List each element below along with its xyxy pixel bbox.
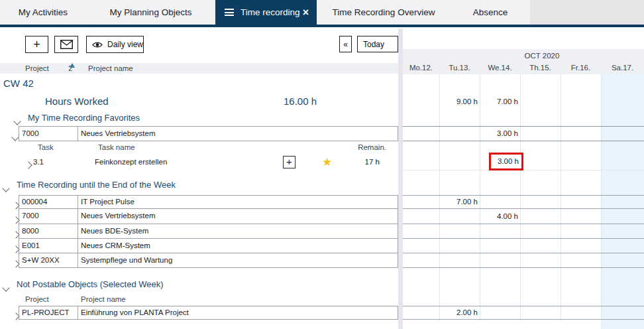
section-row: My Time Recording Favorites [0,111,644,125]
day-column-label: Th.15. [520,63,561,72]
section-row: Not Postable Objects (Selected Week) [0,277,644,292]
section-title: Not Postable Objects (Selected Week) [17,277,164,292]
chevron-right-icon [25,161,32,168]
project-id-cell: 8000 [19,224,78,239]
task-header-row: TaskTask nameRemain. [0,142,644,153]
grid-row-border [403,126,644,127]
selected-time-cell[interactable]: 3.00 h [489,153,523,170]
section-collapse-toggle[interactable] [15,115,22,122]
project-row: 000004IT Project Pulse7.00 h [0,195,644,209]
project-name-cell: Neues Vertriebsystem [78,126,398,141]
project-name-column-header: Project name [81,294,126,305]
grid-row-border [403,141,644,141]
time-value: 3.00 h [491,155,521,168]
day-column-label: We.14. [480,63,520,72]
day-column-label: Sa.17. [601,63,644,72]
tab-time-recording[interactable]: Time recording × [215,0,317,25]
remaining-column-header: Remain. [358,142,386,153]
eye-icon [92,41,103,48]
today-button[interactable]: Today [357,36,398,52]
project-id-cell: S+W 20XX [19,253,78,268]
project-row: S+W 20XXSystempflege und Wartung [0,253,644,268]
project-name-cell: Neues CRM-System [78,239,398,253]
sort-ascending-icon [70,63,75,68]
mail-button[interactable] [54,36,78,53]
add-button[interactable]: + [25,36,48,53]
project-row: 7000Neues Vertriebsystem4.00 h [0,209,644,224]
daily-view-label: Daily view [107,40,143,49]
project-id-cell: PL-PROJECT [19,306,78,320]
chevrons-left-icon: « [343,40,348,49]
day-column-label: Mo.12. [403,63,439,72]
row-expander[interactable] [25,159,32,166]
project-id-cell: E001 [19,239,78,253]
project-id-cell: 000004 [19,195,78,209]
project-row: 7000Neues Vertriebsystem3.00 h [0,126,644,141]
table-header: Project 2 Project name [0,63,398,74]
envelope-icon [60,40,73,49]
section-collapse-toggle[interactable] [3,281,11,289]
summary-row: Hours Worked16.00 h9.00 h7.00 h [0,93,644,110]
time-recording-panel: + Daily view « Today Project 2 Project n… [0,27,644,329]
grid-row-border [403,319,644,320]
menu-icon[interactable] [225,7,234,18]
favorite-star-icon[interactable]: ★ [322,155,332,168]
week-label-row: CW 42 [0,76,644,92]
project-id-cell: 7000 [19,126,78,141]
grid-row-border [403,306,644,306]
project-name-cell: Einführung von PLANTA Project [78,306,398,320]
add-booking-button[interactable]: + [283,156,295,168]
section-title: My Time Recording Favorites [28,111,140,125]
vertical-scrollbar[interactable] [398,29,403,329]
column-header-row: ProjectProject name [0,294,644,305]
month-label: OCT 2020 [403,52,644,60]
grid-row-border [403,195,644,196]
today-label: Today [363,40,384,49]
project-name-cell: IT Project Pulse [78,195,398,209]
app-window: My Activities My Planning Objects Time r… [0,0,644,329]
chevron-down-icon [2,184,9,192]
project-id-cell: 7000 [19,209,78,224]
grid-row-border [403,267,644,268]
project-column-header[interactable]: Project [25,63,49,74]
day-column-label: Tu.13. [439,63,480,72]
tab-my-planning-objects[interactable]: My Planning Objects [86,0,215,25]
time-cell-value[interactable]: 7.00 h [441,195,478,209]
project-name-cell: Neues BDE-System [78,224,398,239]
project-row: E001Neues CRM-System [0,239,644,253]
project-row: PL-PROJECTEinführung von PLANTA Project2… [0,306,644,320]
chevron-down-icon [11,133,19,141]
project-name-cell: Neues Vertriebsystem [78,209,398,224]
time-cell-value[interactable]: 9.00 h [441,93,478,110]
task-row: 3.1Feinkonzept erstellen+★17 h3.00 h [0,153,644,170]
remaining-value: 17 h [365,153,380,170]
task-column-header: Task [38,142,54,153]
day-column-label: Fr.16. [561,63,601,72]
project-name-cell: Systempflege und Wartung [78,253,398,268]
hours-worked-total: 16.00 h [252,93,317,110]
hours-worked-label: Hours Worked [45,93,109,110]
tab-my-activities[interactable]: My Activities [0,0,86,25]
chevron-down-icon [2,284,9,291]
calendar-header: OCT 2020 Mo.12.Tu.13.We.14.Th.15.Fr.16.S… [403,49,644,74]
tab-time-recording-overview[interactable]: Time Recording Overview [317,0,451,25]
close-icon[interactable]: × [303,0,309,25]
daily-view-button[interactable]: Daily view [86,36,144,53]
project-name-column-header[interactable]: Project name [88,63,133,74]
project-row: 8000Neues BDE-System [0,224,644,239]
time-cell-value[interactable]: 4.00 h [481,209,518,224]
section-title: Time Recording until the End of the Week [17,177,176,192]
task-name-column-header: Task name [98,142,135,153]
previous-button[interactable]: « [339,36,352,52]
task-id: 3.1 [33,153,44,170]
section-row: Time Recording until the End of the Week [0,177,644,192]
time-cell-value[interactable]: 3.00 h [481,126,518,141]
task-name: Feinkonzept erstellen [95,153,167,170]
chevron-down-icon [13,117,21,125]
tab-label: Time recording [241,0,300,25]
time-cell-value[interactable]: 2.00 h [441,306,478,320]
time-cell-value[interactable]: 7.00 h [481,93,518,110]
section-collapse-toggle[interactable] [3,182,11,189]
tab-absence[interactable]: Absence [451,0,530,25]
tab-bar: My Activities My Planning Objects Time r… [0,0,644,25]
